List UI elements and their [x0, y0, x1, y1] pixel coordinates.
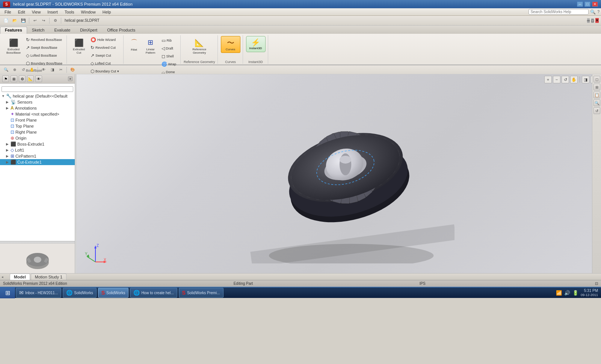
taskbar-item-howto[interactable]: 🌐 How to create hel...	[130, 288, 177, 298]
inner-close[interactable]: ✕	[595, 18, 599, 23]
curves-button[interactable]: 〜 Curves	[221, 36, 240, 53]
taskbar-right: 📶 🔊 🔋 5:31 PM 09-12-2011	[556, 288, 601, 298]
tree-root[interactable]: ▼ 🔧 helical gear (Default<<Default	[0, 93, 75, 99]
zoom-area-button[interactable]: ⊕	[11, 66, 18, 74]
view-orientation-button[interactable]: 👁	[40, 66, 47, 74]
open-button[interactable]: 📂	[11, 17, 18, 24]
pan-button[interactable]: ✋	[28, 66, 36, 74]
menu-file[interactable]: File	[2, 9, 14, 15]
rs-btn2[interactable]: ⊞	[593, 84, 600, 90]
rs-btn5[interactable]: ↺	[593, 107, 600, 114]
tree-item-cirpattern1[interactable]: ▶ ⊞ CirPattern1	[0, 153, 75, 159]
tree-item-boss-extrude1[interactable]: ▶ ⬛ Boss-Extrude1	[0, 141, 75, 147]
scroll-left-btn[interactable]: ◂	[2, 275, 9, 279]
tab-features[interactable]: Features	[0, 27, 27, 34]
tree-item-front-plane[interactable]: ⊡ Front Plane	[0, 117, 75, 123]
taskbar-item-inbox[interactable]: ✉ Inbox - HEW2011...	[16, 288, 61, 298]
lofted-boss-base-button[interactable]: ◇ Lofted Boss/Base	[24, 52, 64, 59]
close-button[interactable]: ✕	[592, 2, 598, 7]
tab-dimxpert[interactable]: DimXpert	[75, 27, 102, 34]
panel-collapse-button[interactable]: »	[68, 77, 72, 81]
tree-item-loft1[interactable]: ▶ ◇ Loft1	[0, 147, 75, 153]
vp-pan[interactable]: ✋	[570, 76, 578, 83]
reference-geometry-button[interactable]: 📐 ReferenceGeometry	[190, 36, 209, 56]
wrap-button[interactable]: 🌀 Wrap	[160, 60, 178, 68]
battery-icon[interactable]: 🔋	[572, 290, 578, 296]
loft1-label: Loft1	[15, 148, 24, 152]
rs-btn4[interactable]: 🔍	[593, 99, 600, 106]
linear-pattern-button[interactable]: ⊞ LinearPattern	[142, 36, 159, 56]
tab-motion-study[interactable]: Motion Study 1	[31, 274, 66, 280]
vp-zoom-out[interactable]: −	[553, 76, 560, 83]
panel-btn-config[interactable]: ⚙	[19, 75, 26, 82]
rs-btn3[interactable]: 📋	[593, 92, 600, 98]
zoom-fit-button[interactable]: 🔍	[2, 66, 10, 74]
tab-sketch[interactable]: Sketch	[27, 27, 50, 34]
tree-item-annotations[interactable]: ▶ A Annotations	[0, 105, 75, 111]
rotate-button[interactable]: ↺	[20, 66, 27, 74]
rs-btn1[interactable]: ◻	[593, 76, 600, 83]
vp-rotate[interactable]: ↺	[562, 76, 569, 83]
extruded-cut-button[interactable]: ⬛ ExtrudedCut	[70, 36, 88, 56]
maximize-button[interactable]: □	[584, 2, 590, 7]
instant3d-button[interactable]: ⚡ Instant3D	[246, 36, 266, 52]
help-icon[interactable]: ?	[597, 10, 599, 14]
menu-tools[interactable]: Tools	[62, 9, 77, 15]
panel-btn-property[interactable]: ⊞	[11, 75, 17, 82]
taskbar-item-explorer[interactable]: 🌐 SolidWorks	[63, 288, 96, 298]
menu-insert[interactable]: Insert	[44, 9, 61, 15]
boundary-cut-button[interactable]: ⬡ Boundary Cut ▾	[89, 68, 121, 75]
menu-edit[interactable]: Edit	[15, 9, 28, 15]
swept-cut-button[interactable]: ↗ Swept Cut	[89, 52, 121, 59]
appearance-button[interactable]: 🎨	[69, 66, 76, 74]
extruded-boss-base-button[interactable]: ⬛ ExtrudedBoss/Base	[4, 36, 23, 56]
hole-wizard-button[interactable]: ⭕ Hole Wizard	[89, 36, 121, 44]
menu-view[interactable]: View	[29, 9, 44, 15]
inner-maximize[interactable]: □	[591, 18, 594, 23]
tab-model[interactable]: Model	[10, 274, 30, 280]
panel-btn-display[interactable]: 👁	[35, 75, 42, 82]
tree-search-input[interactable]	[2, 86, 73, 92]
start-button[interactable]: ⊞	[0, 287, 15, 298]
tree-item-origin[interactable]: ⊕ Origin	[0, 135, 75, 141]
tree-item-right-plane[interactable]: ⊡ Right Plane	[0, 129, 75, 135]
save-button[interactable]: 💾	[20, 17, 27, 24]
tab-office-products[interactable]: Office Products	[102, 27, 140, 34]
display-style-button[interactable]: ◨	[48, 66, 56, 74]
shell-button[interactable]: ◻ Shell	[160, 53, 178, 60]
volume-icon[interactable]: 🔊	[564, 290, 570, 296]
rib-button[interactable]: ▭ Rib	[160, 37, 178, 44]
revolved-cut-button[interactable]: ↻ Revolved Cut	[89, 44, 121, 51]
taskbar-item-sw2[interactable]: S SolidWorks Premi...	[179, 288, 223, 298]
revolved-boss-base-button[interactable]: ↻ Revolved Boss/Base	[24, 36, 64, 44]
search-icon[interactable]: 🔍	[590, 9, 596, 15]
lofted-cut-button[interactable]: ◇ Lofted Cut	[89, 60, 121, 67]
fillet-button[interactable]: ⌒ Fillet	[127, 36, 142, 53]
panel-btn-dimxpert[interactable]: 📐	[27, 75, 34, 82]
tab-evaluate[interactable]: Evaluate	[50, 27, 76, 34]
viewport[interactable]: Z X Y + − ↺ ✋ ◨ ⚙ ◻ ⊞ 📋	[77, 74, 601, 273]
menu-help[interactable]: Help	[100, 9, 114, 15]
new-button[interactable]: 📄	[2, 17, 10, 24]
draft-button[interactable]: ◁ Draft	[160, 45, 178, 52]
network-icon[interactable]: 📶	[556, 290, 562, 296]
tree-item-top-plane[interactable]: ⊡ Top Plane	[0, 123, 75, 129]
minimize-button[interactable]: ─	[577, 2, 583, 7]
search-input[interactable]	[529, 9, 589, 15]
tree-item-cut-extrude1[interactable]: ▶ ⬛ Cut-Extrude1	[0, 159, 75, 165]
taskbar-item-solidworks[interactable]: S SolidWorks	[98, 288, 129, 298]
vp-zoom-in[interactable]: +	[544, 76, 552, 83]
annotations-expand: ▶	[6, 106, 11, 110]
inner-minimize[interactable]: ─	[587, 18, 590, 23]
undo-button[interactable]: ↩	[31, 17, 39, 24]
status-resize[interactable]: ⊡	[595, 281, 598, 286]
rebuild-button[interactable]: ⚙	[51, 17, 59, 24]
redo-button[interactable]: ↪	[40, 17, 47, 24]
section-view-button[interactable]: ✂	[57, 66, 65, 74]
panel-btn-features[interactable]: ⚑	[2, 75, 9, 82]
tree-item-sensors[interactable]: ▶ 📡 Sensors	[0, 99, 75, 105]
vp-render-mode[interactable]: ◨	[582, 76, 589, 83]
tree-item-material[interactable]: ✦ Material <not specified>	[0, 111, 75, 117]
menu-window[interactable]: Window	[78, 9, 99, 15]
swept-boss-base-button[interactable]: ↗ Swept Boss/Base	[24, 44, 64, 51]
